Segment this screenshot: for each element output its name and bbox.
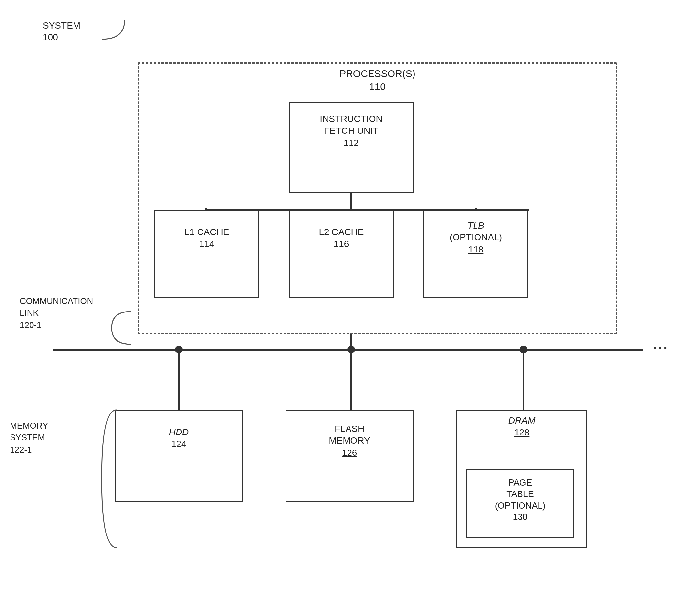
processor-label: PROCESSOR(S) 110 — [138, 67, 617, 93]
tlb-label: TLB (OPTIONAL) 118 — [423, 220, 528, 256]
dram-vline — [523, 350, 524, 411]
memory-bracket — [98, 408, 118, 549]
comm-link-label: COMMUNICATIONLINK120-1 — [20, 295, 93, 331]
flash-vline — [350, 350, 352, 411]
hdd-label: HDD 124 — [115, 426, 243, 450]
l1-cache-box — [154, 210, 259, 298]
ellipsis: ··· — [653, 340, 669, 356]
hdd-vline — [178, 350, 180, 411]
l1-label: L1 CACHE 114 — [154, 226, 259, 250]
l2-label: L2 CACHE 116 — [289, 226, 394, 250]
pagetable-label: PAGETABLE(OPTIONAL) 130 — [466, 477, 574, 523]
flash-label: FLASHMEMORY 126 — [285, 423, 414, 459]
hdd-box — [115, 410, 243, 502]
l2-cache-box — [289, 210, 394, 298]
comm-bracket — [108, 308, 134, 348]
system-bracket — [92, 17, 128, 43]
system-label: SYSTEM 100 — [43, 20, 80, 44]
memory-system-label: MEMORYSYSTEM122-1 — [10, 420, 48, 455]
diagram: SYSTEM 100 PROCESSOR(S) 110 INSTRUCTIONF… — [0, 0, 700, 604]
ifu-label: INSTRUCTIONFETCH UNIT 112 — [289, 113, 414, 149]
dram-label: DRAM 128 — [456, 415, 588, 439]
